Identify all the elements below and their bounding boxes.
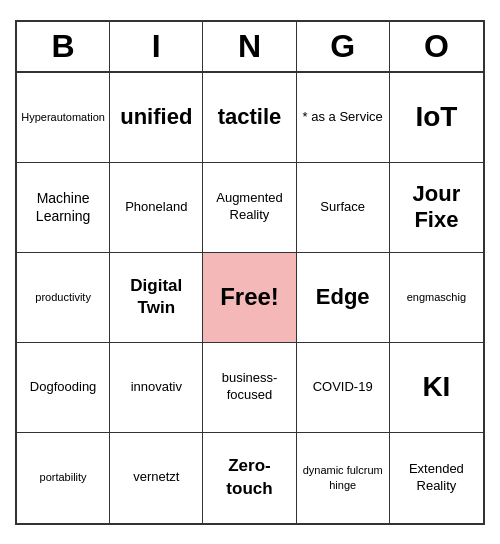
- bingo-cell-13[interactable]: Edge: [297, 253, 390, 343]
- bingo-cell-17[interactable]: business-focused: [203, 343, 296, 433]
- bingo-cell-23[interactable]: dynamic fulcrum hinge: [297, 433, 390, 523]
- bingo-cell-18[interactable]: COVID-19: [297, 343, 390, 433]
- bingo-cell-6[interactable]: Phoneland: [110, 163, 203, 253]
- bingo-cell-8[interactable]: Surface: [297, 163, 390, 253]
- bingo-cell-19[interactable]: KI: [390, 343, 483, 433]
- bingo-cell-16[interactable]: innovativ: [110, 343, 203, 433]
- bingo-header: B I N G O: [17, 22, 483, 73]
- header-b: B: [17, 22, 110, 71]
- bingo-cell-3[interactable]: * as a Service: [297, 73, 390, 163]
- bingo-grid: Hyperautomationunifiedtactile* as a Serv…: [17, 73, 483, 523]
- bingo-cell-10[interactable]: productivity: [17, 253, 110, 343]
- bingo-cell-0[interactable]: Hyperautomation: [17, 73, 110, 163]
- header-i: I: [110, 22, 203, 71]
- bingo-cell-15[interactable]: Dogfooding: [17, 343, 110, 433]
- bingo-cell-12[interactable]: Free!: [203, 253, 296, 343]
- header-g: G: [297, 22, 390, 71]
- bingo-cell-20[interactable]: portability: [17, 433, 110, 523]
- bingo-cell-22[interactable]: Zero-touch: [203, 433, 296, 523]
- bingo-cell-7[interactable]: Augmented Reality: [203, 163, 296, 253]
- bingo-cell-5[interactable]: Machine Learning: [17, 163, 110, 253]
- bingo-cell-24[interactable]: Extended Reality: [390, 433, 483, 523]
- bingo-cell-1[interactable]: unified: [110, 73, 203, 163]
- bingo-cell-9[interactable]: Jour Fixe: [390, 163, 483, 253]
- bingo-cell-21[interactable]: vernetzt: [110, 433, 203, 523]
- bingo-cell-11[interactable]: Digital Twin: [110, 253, 203, 343]
- header-o: O: [390, 22, 483, 71]
- header-n: N: [203, 22, 296, 71]
- bingo-cell-4[interactable]: IoT: [390, 73, 483, 163]
- bingo-cell-2[interactable]: tactile: [203, 73, 296, 163]
- bingo-card: B I N G O Hyperautomationunifiedtactile*…: [15, 20, 485, 525]
- bingo-cell-14[interactable]: engmaschig: [390, 253, 483, 343]
